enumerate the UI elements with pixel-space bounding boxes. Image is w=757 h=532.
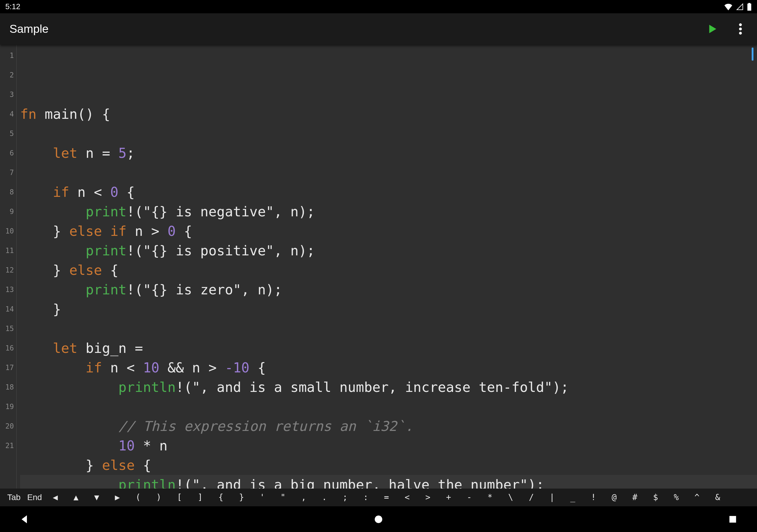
nav-recents-button[interactable]: [724, 511, 742, 528]
key-down[interactable]: ▼: [86, 492, 107, 502]
key-end[interactable]: End: [24, 493, 45, 502]
line-number: 10: [0, 222, 16, 241]
line-number: 12: [0, 260, 16, 280]
code-line[interactable]: if n < 10 && n > -10 {: [20, 358, 757, 377]
line-number: 13: [0, 280, 16, 299]
key-symbol[interactable]: [: [169, 492, 190, 502]
key-symbol[interactable]: }: [231, 492, 252, 502]
key-symbol[interactable]: (: [128, 492, 148, 502]
code-line[interactable]: print!("{} is zero", n);: [20, 280, 757, 299]
key-symbol[interactable]: #: [624, 492, 645, 502]
key-symbol[interactable]: |: [542, 492, 562, 502]
more-vert-icon: [739, 23, 742, 35]
svg-point-2: [739, 23, 742, 26]
key-symbol[interactable]: +: [438, 492, 459, 502]
android-nav-bar: [0, 506, 757, 532]
line-number: 9: [0, 202, 16, 222]
code-line[interactable]: [20, 163, 757, 182]
key-symbol[interactable]: ,: [293, 492, 314, 502]
line-number: 2: [0, 65, 16, 85]
line-number: 21: [0, 436, 16, 456]
line-number: 19: [0, 397, 16, 416]
code-line[interactable]: [20, 397, 757, 416]
battery-icon: [747, 3, 752, 11]
key-right[interactable]: ▶: [107, 492, 128, 502]
status-icons: [724, 3, 752, 11]
line-number: 1: [0, 46, 16, 65]
code-line[interactable]: // This expression returns an `i32`.: [20, 416, 757, 436]
code-line[interactable]: } else if n > 0 {: [20, 222, 757, 241]
line-number: 3: [0, 85, 16, 104]
code-line[interactable]: println!(", and is a big number, halve t…: [20, 475, 757, 488]
scroll-thumb[interactable]: [752, 47, 753, 61]
code-line[interactable]: }: [20, 299, 757, 319]
key-symbol[interactable]: !: [583, 492, 604, 502]
key-symbol[interactable]: =: [376, 492, 397, 502]
key-symbol[interactable]: /: [521, 492, 542, 502]
status-bar: 5:12: [0, 0, 757, 13]
svg-point-4: [739, 32, 742, 35]
code-line[interactable]: [20, 319, 757, 339]
play-icon: [707, 23, 718, 35]
key-tab[interactable]: Tab: [4, 493, 24, 502]
code-line[interactable]: } else {: [20, 260, 757, 280]
code-line[interactable]: [20, 124, 757, 143]
code-area[interactable]: fn main() { let n = 5; if n < 0 { print!…: [16, 44, 757, 488]
nav-home-button[interactable]: [370, 511, 387, 528]
code-editor[interactable]: 123456789101112131415161718192021 fn mai…: [0, 44, 757, 488]
code-line[interactable]: print!("{} is negative", n);: [20, 202, 757, 222]
code-line[interactable]: let big_n =: [20, 339, 757, 358]
code-line[interactable]: } else {: [20, 456, 757, 475]
key-symbol[interactable]: :: [355, 492, 376, 502]
key-left[interactable]: ◀: [45, 492, 66, 502]
symbol-key-row: TabEnd◀▲▼▶()[]{}'",.;:=<>+-*\/|_!@#$%^&: [0, 488, 757, 507]
code-line[interactable]: println!(", and is a small number, incre…: [20, 377, 757, 397]
svg-rect-1: [748, 3, 750, 4]
key-symbol[interactable]: @: [604, 492, 624, 502]
key-symbol[interactable]: *: [480, 492, 500, 502]
key-symbol[interactable]: <: [397, 492, 417, 502]
key-symbol[interactable]: ": [273, 492, 293, 502]
key-symbol[interactable]: ;: [335, 492, 355, 502]
code-line[interactable]: fn main() {: [20, 104, 757, 124]
key-symbol[interactable]: >: [417, 492, 438, 502]
app-actions: [705, 22, 747, 36]
nav-recents-icon: [728, 515, 737, 524]
key-symbol[interactable]: _: [562, 492, 583, 502]
line-number: 8: [0, 182, 16, 202]
key-symbol[interactable]: ): [148, 492, 169, 502]
app-title: Sample: [10, 22, 48, 36]
code-line[interactable]: let n = 5;: [20, 143, 757, 163]
svg-point-5: [375, 516, 382, 523]
code-line[interactable]: print!("{} is positive", n);: [20, 241, 757, 260]
line-number: 18: [0, 377, 16, 397]
line-number: 4: [0, 104, 16, 124]
svg-point-3: [739, 28, 742, 31]
line-number: 14: [0, 299, 16, 319]
code-line[interactable]: 10 * n: [20, 436, 757, 456]
key-up[interactable]: ▲: [66, 492, 86, 502]
key-symbol[interactable]: .: [314, 492, 335, 502]
line-number: 16: [0, 339, 16, 358]
app-bar: Sample: [0, 13, 757, 44]
key-symbol[interactable]: -: [459, 492, 480, 502]
line-number: 15: [0, 319, 16, 339]
line-number: 20: [0, 416, 16, 436]
run-button[interactable]: [705, 22, 719, 36]
cellular-icon: [736, 3, 744, 10]
nav-back-button[interactable]: [15, 511, 33, 528]
key-symbol[interactable]: ': [252, 492, 273, 502]
key-symbol[interactable]: $: [645, 492, 666, 502]
key-symbol[interactable]: &: [707, 492, 728, 502]
key-symbol[interactable]: %: [666, 492, 687, 502]
key-symbol[interactable]: {: [211, 492, 231, 502]
key-symbol[interactable]: ^: [687, 492, 707, 502]
line-number: 17: [0, 358, 16, 377]
key-symbol[interactable]: ]: [190, 492, 211, 502]
key-symbol[interactable]: \: [500, 492, 521, 502]
overflow-menu-button[interactable]: [733, 22, 747, 36]
svg-rect-0: [747, 4, 751, 11]
status-time: 5:12: [5, 2, 20, 11]
code-line[interactable]: if n < 0 {: [20, 182, 757, 202]
nav-home-icon: [374, 514, 383, 524]
